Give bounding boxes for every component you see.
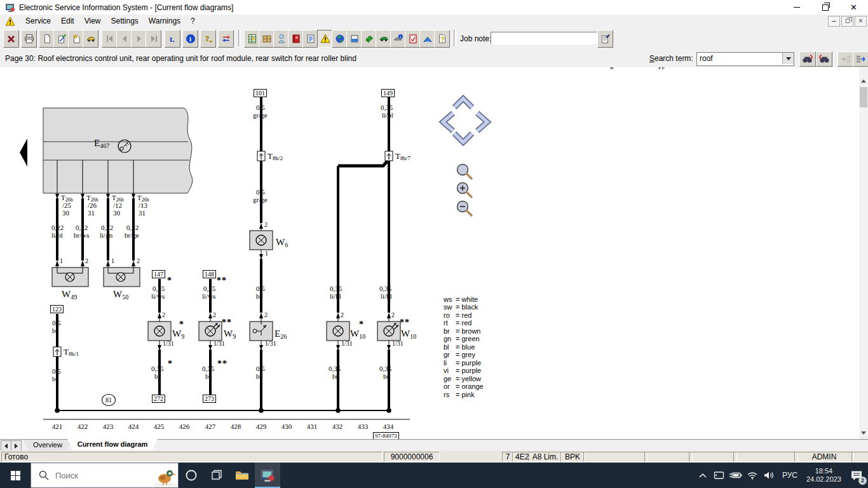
clock[interactable]: 18:54 24.02.2023 bbox=[803, 467, 845, 484]
diagram-label: 2 bbox=[162, 312, 165, 318]
transfer-left-button[interactable] bbox=[837, 51, 854, 67]
find-previous-button[interactable] bbox=[816, 51, 832, 67]
notification-center-button[interactable]: 2 bbox=[845, 463, 868, 488]
battery-icon[interactable] bbox=[728, 463, 744, 488]
checklist-button[interactable] bbox=[405, 30, 421, 48]
eraser-block-button[interactable] bbox=[361, 30, 377, 48]
paint-box-button[interactable] bbox=[346, 30, 362, 48]
elsa-taskbar-button[interactable] bbox=[255, 463, 280, 488]
current-flow-diagram-button[interactable] bbox=[317, 30, 333, 48]
label-w6: W6 bbox=[276, 238, 288, 247]
vertical-scrollbar[interactable] bbox=[859, 67, 868, 439]
new-document-button[interactable] bbox=[39, 30, 55, 48]
menu-service[interactable]: Service bbox=[20, 15, 56, 27]
diagram-label: li/bl bbox=[382, 112, 393, 119]
menu-edit[interactable]: Edit bbox=[56, 15, 79, 27]
transfer-right-button[interactable] bbox=[853, 51, 868, 67]
file-explorer-button[interactable] bbox=[229, 463, 255, 488]
menu-warnings[interactable]: Warnings bbox=[144, 15, 186, 27]
minimize-button[interactable] bbox=[782, 1, 811, 15]
globe-button[interactable] bbox=[332, 30, 348, 48]
clock-date: 24.02.2023 bbox=[806, 475, 841, 484]
speaker-icon[interactable] bbox=[761, 463, 777, 488]
new-entry-button[interactable] bbox=[68, 30, 84, 48]
tablet-icon[interactable] bbox=[711, 463, 728, 488]
tray-chevron-up-icon[interactable] bbox=[695, 463, 711, 488]
service-figure-button[interactable] bbox=[273, 30, 289, 48]
combo-dropdown-button[interactable] bbox=[782, 53, 794, 64]
mdi-minimize-button[interactable] bbox=[828, 16, 840, 27]
diagram-label: ** bbox=[217, 360, 227, 368]
tab-overview[interactable]: Overview bbox=[23, 440, 72, 451]
vehicle-button[interactable] bbox=[83, 30, 98, 48]
next-page-button[interactable] bbox=[131, 30, 147, 48]
diagram-label: 1/31 bbox=[265, 341, 276, 347]
parts-box-button[interactable] bbox=[259, 30, 275, 48]
terminal-147[interactable]: 147 bbox=[152, 270, 165, 278]
help-key-button[interactable]: ? bbox=[200, 30, 216, 48]
terminal-148[interactable]: 148 bbox=[203, 270, 216, 278]
start-button[interactable] bbox=[0, 463, 31, 488]
menu-help[interactable]: ? bbox=[186, 15, 200, 27]
document-list-button[interactable] bbox=[302, 30, 318, 48]
terminal-123[interactable]: 123 bbox=[50, 305, 64, 313]
terminal-272[interactable]: 272 bbox=[152, 395, 165, 403]
diagram-label: = yellow bbox=[456, 376, 481, 383]
diagram-label: sw bbox=[444, 304, 452, 311]
label-e467: E467 bbox=[94, 139, 109, 147]
last-page-button[interactable] bbox=[146, 30, 161, 48]
svg-text:t.: t. bbox=[170, 34, 175, 44]
label-w9: W9 bbox=[172, 329, 184, 338]
job-note-input[interactable] bbox=[491, 32, 597, 44]
swap-arrows-button[interactable] bbox=[218, 30, 234, 48]
job-note-open-button[interactable] bbox=[597, 30, 613, 48]
info-button[interactable]: i bbox=[182, 30, 198, 48]
scroll-up-button[interactable] bbox=[859, 76, 868, 86]
previous-page-button[interactable] bbox=[116, 30, 132, 48]
diagram-label: br bbox=[52, 327, 58, 334]
diagram-label: 424 bbox=[128, 423, 139, 430]
find-next-button[interactable] bbox=[799, 51, 816, 67]
task-view-button[interactable] bbox=[204, 463, 229, 488]
status-empty-5 bbox=[851, 452, 868, 462]
wiring-diagram-pane: gppE467T26b/2530T26b/2631T26b/1230T26b/1… bbox=[0, 67, 859, 439]
search-term-value[interactable]: roof bbox=[700, 54, 713, 63]
info-bar: Page 30: Roof electronics control unit, … bbox=[0, 50, 868, 68]
diagram-label: rt bbox=[444, 320, 448, 327]
taskbar-search-box[interactable] bbox=[31, 463, 179, 488]
search-term-combobox[interactable]: roof bbox=[696, 52, 794, 66]
red-book-button[interactable] bbox=[288, 30, 304, 48]
terminal-149[interactable]: 149 bbox=[381, 89, 395, 97]
scroll-down-button[interactable] bbox=[859, 428, 868, 438]
search-highlight-duck-image bbox=[150, 463, 178, 487]
taskbar-search-input[interactable] bbox=[54, 470, 133, 481]
language-indicator[interactable]: РУС bbox=[777, 471, 803, 480]
terminal-101[interactable]: 101 bbox=[254, 89, 267, 97]
car-info-button[interactable]: i bbox=[390, 30, 406, 48]
terminal-273[interactable]: 273 bbox=[203, 395, 216, 403]
diagram-label: br bbox=[52, 376, 58, 383]
notification-badge: 2 bbox=[858, 477, 867, 485]
edit-document-button[interactable] bbox=[53, 30, 69, 48]
green-car-button[interactable] bbox=[376, 30, 391, 48]
goto-button[interactable]: t. bbox=[165, 30, 180, 48]
diagram-label: 30 bbox=[113, 210, 120, 217]
exit-button[interactable] bbox=[3, 30, 19, 48]
menu-view[interactable]: View bbox=[79, 15, 106, 27]
cortana-button[interactable] bbox=[179, 463, 204, 488]
diagram-label: ro bbox=[444, 312, 450, 319]
scrollbar-thumb[interactable] bbox=[860, 87, 867, 107]
close-button[interactable]: ✕ bbox=[839, 1, 868, 15]
print-button[interactable] bbox=[21, 30, 37, 48]
wifi-icon[interactable] bbox=[744, 463, 761, 488]
mdi-restore-button[interactable] bbox=[841, 16, 853, 27]
vehicle-data-book-button[interactable] bbox=[244, 30, 260, 48]
menu-settings[interactable]: Settings bbox=[106, 15, 144, 27]
car-lift-button[interactable] bbox=[419, 30, 435, 48]
first-page-button[interactable] bbox=[102, 30, 118, 48]
document-question-button[interactable]: ? bbox=[434, 30, 450, 48]
restore-button[interactable] bbox=[811, 1, 839, 15]
diagram-label: 31 bbox=[88, 210, 95, 217]
tab-current-flow-diagram[interactable]: Current flow diagram bbox=[67, 439, 158, 451]
mdi-close-button[interactable]: ✕ bbox=[855, 16, 867, 27]
